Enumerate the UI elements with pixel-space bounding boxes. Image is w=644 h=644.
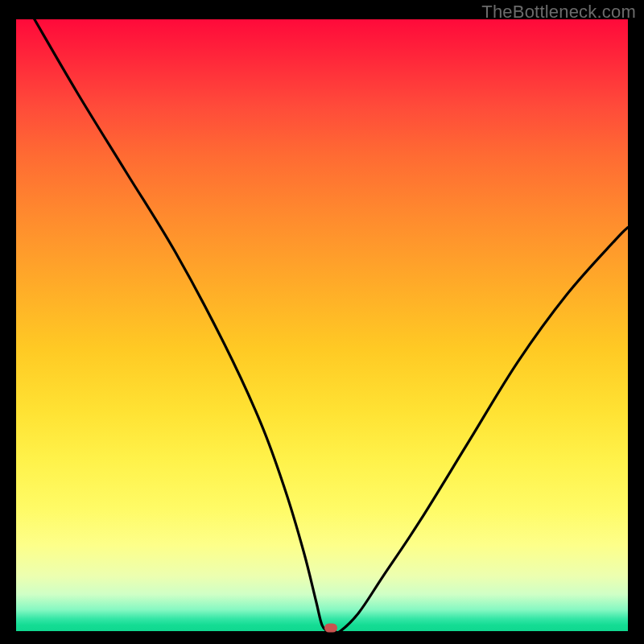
optimal-point-marker — [324, 624, 337, 633]
chart-frame: TheBottleneck.com — [0, 0, 644, 644]
curve-layer — [16, 19, 628, 631]
bottleneck-curve — [35, 19, 628, 631]
attribution-watermark: TheBottleneck.com — [481, 2, 636, 23]
